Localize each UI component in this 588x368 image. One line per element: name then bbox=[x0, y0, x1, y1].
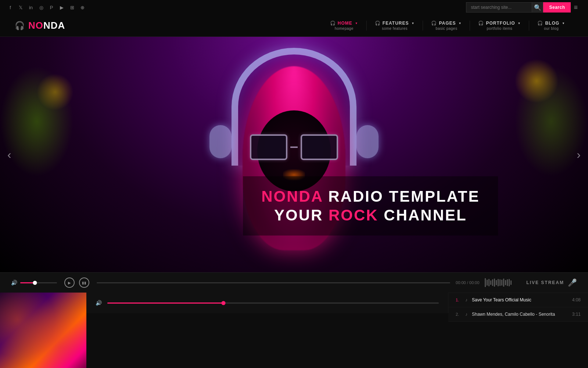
bottom-player: 🔊 bbox=[86, 293, 448, 313]
search-bar: 🔍 Search ≡ bbox=[466, 2, 581, 13]
search-icon-button[interactable]: 🔍 bbox=[532, 2, 543, 13]
bottom-progress-thumb[interactable] bbox=[221, 301, 225, 305]
bottom-video-overlay bbox=[0, 293, 86, 368]
volume-thumb[interactable] bbox=[33, 281, 37, 285]
top-bar: f 𝕏 in ◎ P ▶ ⊞ ⊕ 🔍 Search ≡ bbox=[0, 0, 588, 15]
waveform-bar bbox=[507, 279, 508, 286]
circle-icon[interactable]: ⊕ bbox=[79, 4, 85, 10]
slider-next-button[interactable]: › bbox=[573, 144, 584, 165]
nav-pages-sub: basic pages bbox=[436, 26, 458, 31]
waveform-bar bbox=[498, 279, 499, 286]
nav-portfolio-label: 🎧 PORTFOLIO ▼ bbox=[478, 21, 521, 26]
bottom-video-thumbnail[interactable] bbox=[0, 293, 86, 368]
youtube-icon[interactable]: ▶ bbox=[59, 4, 65, 10]
sunglasses bbox=[250, 132, 338, 162]
nav-pages-chevron: ▼ bbox=[459, 22, 462, 25]
hero-line1: NONDA RADIO TEMPLATE bbox=[261, 187, 480, 206]
playlist-duration: 3:11 bbox=[572, 312, 581, 317]
logo[interactable]: 🎧 NONDA bbox=[15, 20, 65, 31]
nav-portfolio-sub: portfolio items bbox=[487, 26, 513, 31]
sunglass-bridge bbox=[290, 146, 298, 148]
music-note-icon: ♪ bbox=[465, 297, 467, 302]
pause-button[interactable]: ▮▮ bbox=[79, 277, 89, 288]
nav-features-label: 🎧 FEATURES ▼ bbox=[375, 21, 415, 26]
linkedin-icon[interactable]: in bbox=[28, 4, 34, 10]
playlist-duration: 4:08 bbox=[572, 297, 581, 302]
nav-features-chevron: ▼ bbox=[412, 22, 415, 25]
instagram-icon[interactable]: ◎ bbox=[38, 4, 44, 10]
playlist-title: Save Your Tears Official Music bbox=[472, 297, 568, 302]
waveform-bar bbox=[501, 280, 502, 286]
waveform-bar bbox=[485, 278, 486, 287]
nav-home-icon: 🎧 bbox=[330, 21, 336, 26]
nav-blog-label: 🎧 BLOG ▼ bbox=[537, 21, 565, 26]
waveform-bar bbox=[494, 279, 495, 287]
play-button[interactable]: ▶ bbox=[64, 277, 75, 288]
waveform-bar bbox=[503, 279, 504, 287]
volume-track[interactable] bbox=[20, 282, 57, 283]
nav-portfolio-chevron: ▼ bbox=[517, 22, 521, 25]
player-bar: 🔊 ▶ ▮▮ 00:00 / 00:00 LIVE STREAM 🎤 bbox=[0, 272, 588, 293]
nav-blog-icon: 🎧 bbox=[537, 21, 543, 26]
hero-figure bbox=[165, 37, 423, 272]
bottom-section: 🔊 1. ♪ Save Your Tears Official Music 4:… bbox=[0, 293, 588, 368]
social-icons-group: f 𝕏 in ◎ P ▶ ⊞ ⊕ bbox=[7, 4, 85, 10]
waveform-bar bbox=[510, 280, 512, 285]
hero-line2-pink: ROCK bbox=[329, 206, 379, 224]
facebook-icon[interactable]: f bbox=[7, 4, 13, 10]
hero-text-overlay: NONDA RADIO TEMPLATE YOUR ROCK CHANNEL bbox=[243, 176, 498, 236]
nav-pages-label: 🎧 PAGES ▼ bbox=[431, 21, 462, 26]
live-stream: LIVE STREAM 🎤 bbox=[526, 278, 577, 287]
headphones-logo-icon: 🎧 bbox=[15, 21, 25, 31]
time-display: 00:00 / 00:00 bbox=[456, 280, 479, 285]
playlist-item[interactable]: 2. ♪ Shawn Mendes, Camilo Cabello - Seno… bbox=[448, 307, 588, 322]
progress-track[interactable] bbox=[97, 282, 450, 283]
headphone-left-cup bbox=[209, 125, 232, 158]
waveform-bar bbox=[487, 280, 488, 286]
waveform-bar bbox=[490, 280, 491, 285]
waveform-bar bbox=[499, 279, 501, 286]
grid-icon[interactable]: ⊞ bbox=[69, 4, 75, 10]
waveform bbox=[485, 278, 512, 287]
sunglass-left-lens bbox=[250, 134, 287, 160]
nav-home-sub: homepage bbox=[335, 26, 354, 31]
progress-section: 00:00 / 00:00 bbox=[97, 278, 512, 287]
pinterest-icon[interactable]: P bbox=[49, 4, 54, 10]
search-button[interactable]: Search bbox=[543, 2, 571, 13]
waveform-bar bbox=[488, 279, 490, 286]
waveform-bar bbox=[496, 280, 497, 285]
microphone-icon: 🎤 bbox=[568, 278, 577, 287]
hero-person bbox=[184, 37, 404, 272]
playlist-num: 2. bbox=[456, 312, 461, 316]
volume-icon: 🔊 bbox=[11, 280, 17, 286]
nav-pages[interactable]: 🎧 PAGES ▼ basic pages bbox=[423, 21, 470, 31]
bottom-player-controls: 🔊 bbox=[96, 300, 439, 306]
nav-features[interactable]: 🎧 FEATURES ▼ some features bbox=[367, 21, 423, 31]
nav-home[interactable]: 🎧 HOME ▼ homepage bbox=[322, 21, 367, 31]
nav-portfolio[interactable]: 🎧 PORTFOLIO ▼ portfolio items bbox=[470, 21, 529, 31]
music-note-icon: ♪ bbox=[465, 312, 467, 317]
slider-prev-button[interactable]: ‹ bbox=[4, 144, 15, 165]
nav-blog[interactable]: 🎧 BLOG ▼ our blog bbox=[529, 21, 573, 31]
headphone-right-cup bbox=[356, 125, 379, 158]
nav-blog-chevron: ▼ bbox=[562, 22, 565, 25]
twitter-icon[interactable]: 𝕏 bbox=[18, 4, 24, 10]
hero-glow-top-left bbox=[37, 74, 74, 110]
nav-blog-sub: our blog bbox=[544, 26, 559, 31]
playlist-title: Shawn Mendes, Camilo Cabello - Senorita bbox=[472, 312, 568, 317]
waveform-bar bbox=[509, 279, 510, 286]
volume-control: 🔊 bbox=[11, 280, 57, 286]
hero-line2: YOUR ROCK CHANNEL bbox=[261, 206, 480, 224]
playlist-item[interactable]: 1. ♪ Save Your Tears Official Music 4:08 bbox=[448, 293, 588, 307]
hamburger-icon[interactable]: ≡ bbox=[571, 2, 581, 13]
nav-home-label: 🎧 HOME ▼ bbox=[330, 21, 358, 26]
header: 🎧 NONDA 🎧 HOME ▼ homepage 🎧 FEATURES ▼ s… bbox=[0, 15, 588, 37]
search-input[interactable] bbox=[466, 2, 532, 13]
hero-line1-white: RADIO TEMPLATE bbox=[328, 188, 480, 205]
bottom-progress-track[interactable] bbox=[107, 302, 439, 304]
live-stream-label: LIVE STREAM bbox=[526, 280, 564, 285]
playlist: 1. ♪ Save Your Tears Official Music 4:08… bbox=[448, 293, 588, 322]
waveform-bar bbox=[492, 279, 493, 286]
nav-portfolio-icon: 🎧 bbox=[478, 21, 484, 26]
hero-slider: NONDA RADIO TEMPLATE YOUR ROCK CHANNEL ‹… bbox=[0, 37, 588, 272]
